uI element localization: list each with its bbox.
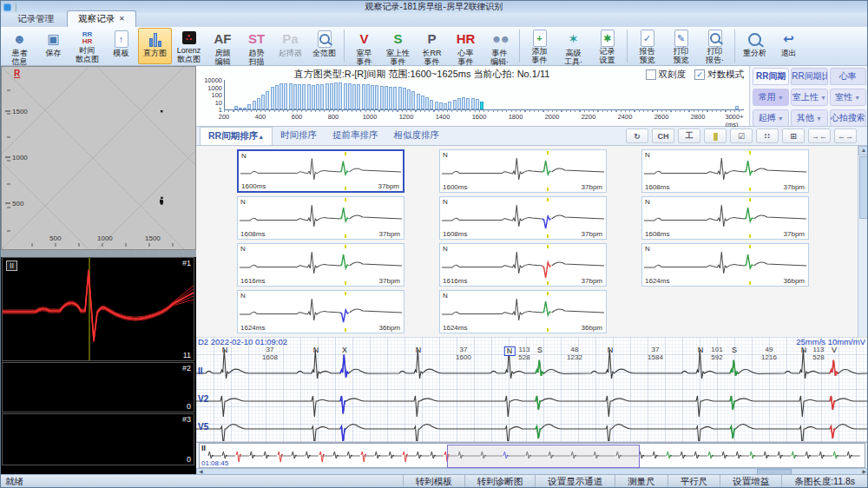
toolbar-button-save[interactable]: ▣保存	[36, 28, 70, 64]
beat-annotation[interactable]: S	[732, 346, 737, 354]
beat-cell[interactable]: N 1616ms 37bpm	[439, 243, 607, 287]
toolbar-button-reanalyze[interactable]: 重分析	[738, 28, 772, 64]
histogram-bar[interactable]	[289, 83, 293, 109]
filter-tab-2[interactable]: 心率	[830, 68, 866, 85]
toolbar-button-hr-event[interactable]: HR心率 事件	[449, 28, 483, 64]
filter-button-1[interactable]: 室上性▼	[791, 89, 827, 106]
main-tab-1[interactable]: 观察记录✕	[67, 10, 136, 27]
histogram-bar[interactable]	[326, 83, 329, 109]
beat-annotation[interactable]: N	[416, 346, 422, 354]
beat-annotation[interactable]: N	[801, 346, 807, 354]
checkbox-icon[interactable]	[646, 69, 656, 80]
toolbar-button-v-event[interactable]: V室早 事件	[347, 28, 381, 64]
histogram-bar[interactable]	[444, 103, 447, 109]
beat-annotation[interactable]: N	[313, 346, 319, 354]
histogram-bar[interactable]	[398, 87, 402, 109]
filter-tab-0[interactable]: RR间期	[753, 68, 789, 85]
histogram-bar[interactable]	[453, 100, 457, 109]
expand-icon[interactable]: ←→	[834, 129, 857, 143]
histogram-bar[interactable]	[261, 95, 265, 109]
beat-annotation[interactable]: X	[342, 346, 347, 354]
collapse-icon[interactable]: →←	[808, 129, 831, 143]
histogram-bar[interactable]	[298, 84, 301, 109]
beat-annotation[interactable]: S	[537, 346, 542, 354]
histogram-bar[interactable]	[380, 86, 384, 109]
sort-tab-3[interactable]: 相似度排序	[386, 127, 448, 145]
filter-tab-1[interactable]: RR间期比	[791, 68, 827, 85]
histogram-plot[interactable]	[224, 80, 744, 110]
toolbar-button-settings[interactable]: ✱记录 设置	[590, 28, 624, 64]
histogram-bar[interactable]	[393, 87, 397, 109]
histogram-bar[interactable]	[312, 85, 315, 109]
markers-icon[interactable]: |||	[704, 129, 727, 143]
toolbar-button-report-preview[interactable]: ✓报告 预览	[630, 28, 664, 64]
histogram-bar[interactable]	[417, 94, 420, 109]
toolbar-button-template[interactable]: ↑模板	[104, 28, 138, 64]
checkbox-dual-scale[interactable]: 双刻度	[646, 69, 687, 81]
histogram-bar[interactable]	[389, 87, 392, 109]
histogram-bar[interactable]	[430, 100, 433, 109]
toolbar-button-lorenz[interactable]: ∴Lorenz 散点图	[172, 28, 206, 64]
histogram-bar[interactable]	[330, 83, 333, 109]
histogram-bar[interactable]	[457, 98, 461, 109]
histogram-bar[interactable]	[339, 82, 342, 109]
main-tab-0[interactable]: 记录管理	[6, 10, 65, 27]
histogram-bar[interactable]	[371, 85, 374, 109]
beat-cell[interactable]: N 1624ms 36bpm	[237, 290, 404, 333]
scroll-up-icon[interactable]: ▲	[858, 146, 868, 155]
toolbar-button-event-edit[interactable]: ☻☻事件 编辑·	[483, 28, 516, 64]
histogram-bar[interactable]	[271, 87, 274, 109]
histogram-bar[interactable]	[471, 98, 475, 109]
beat-cell[interactable]: N 1624ms 36bpm	[439, 290, 607, 333]
status-button-1[interactable]: 转到诊断图	[464, 475, 536, 488]
beat-annotation[interactable]: V	[832, 346, 837, 354]
rhythm-overview[interactable]: II 01:08:45	[199, 443, 865, 468]
histogram-bar[interactable]	[362, 84, 365, 109]
status-button-2[interactable]: 设置显示通道	[535, 475, 615, 488]
toolbar-button-pacer[interactable]: Pa起搏器	[273, 28, 307, 64]
histogram-bar[interactable]	[257, 98, 260, 109]
histogram-bar[interactable]	[439, 102, 443, 109]
histogram-bar[interactable]	[448, 102, 451, 109]
confirm-icon[interactable]: ☑	[730, 129, 753, 143]
tab-close-icon[interactable]: ✕	[119, 16, 125, 23]
histogram-bar-selected[interactable]	[480, 102, 483, 109]
toolbar-button-s-event[interactable]: S室上性 事件	[381, 28, 415, 64]
beat-grid-scrollbar[interactable]: ▲	[858, 146, 868, 337]
histogram-bar[interactable]	[435, 102, 438, 109]
histogram-bar[interactable]	[279, 83, 283, 109]
histogram-bar[interactable]	[462, 97, 465, 109]
template-panel-3[interactable]: #3 0	[2, 413, 194, 465]
scrollbar-thumb[interactable]	[859, 156, 868, 219]
histogram-bar[interactable]	[425, 97, 429, 109]
template-panel-2[interactable]: #2 0	[2, 362, 194, 412]
histogram-bar[interactable]	[421, 96, 424, 109]
toolbar-button-print-report[interactable]: 打印 报告·	[698, 28, 732, 64]
histogram-bar[interactable]	[316, 84, 319, 109]
refresh-icon[interactable]: ↻	[626, 129, 648, 143]
histogram-bar[interactable]	[403, 88, 406, 109]
histogram-bar[interactable]	[334, 82, 338, 109]
sort-tab-1[interactable]: 时间排序	[273, 127, 325, 145]
filter-button-4[interactable]: 其他▼	[791, 109, 827, 127]
lorenz-plot[interactable]: 1500100050050010001500 R	[1, 66, 196, 250]
toolbar-button-histogram[interactable]: 直方图	[138, 28, 172, 64]
toolbar-button-patient[interactable]: ☻患者 信息	[3, 28, 36, 64]
histogram-bar[interactable]	[253, 101, 256, 109]
status-button-4[interactable]: 平行尺	[667, 475, 720, 488]
beat-annotation[interactable]: N	[222, 346, 228, 354]
histogram-bar[interactable]	[307, 84, 311, 109]
toolbar-button-print-preview[interactable]: ✎打印 预览	[664, 28, 698, 64]
histogram-bar[interactable]	[352, 84, 356, 109]
overview-selection[interactable]	[447, 445, 640, 468]
checkbox-log-mode[interactable]: ✓对数模式	[694, 69, 744, 81]
template-panel-1[interactable]: II #1 11	[2, 257, 194, 361]
toolbar-button-rrhr[interactable]: RRHR时间 散点图	[70, 28, 104, 64]
sort-tab-2[interactable]: 提前率排序	[325, 127, 386, 145]
beat-cell[interactable]: N 1608ms 37bpm	[439, 196, 607, 240]
toolbar-button-exit[interactable]: ↩退出	[772, 28, 806, 64]
histogram-bar[interactable]	[344, 83, 347, 109]
histogram-bar[interactable]	[366, 84, 370, 109]
histogram-bar[interactable]	[284, 83, 287, 109]
histogram-bar[interactable]	[320, 84, 324, 109]
